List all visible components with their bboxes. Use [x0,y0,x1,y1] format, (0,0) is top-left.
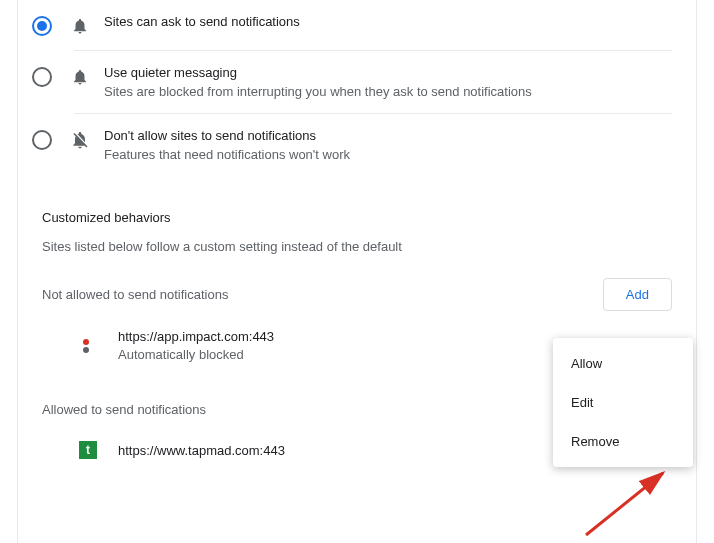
settings-panel: Sites can ask to send notifications Use … [17,0,697,543]
radio-label: Use quieter messaging [104,65,672,80]
radio-label: Don't allow sites to send notifications [104,128,672,143]
site-actions-menu: Allow Edit Remove [553,338,693,467]
radio-sublabel: Sites are blocked from interrupting you … [104,84,672,99]
add-button[interactable]: Add [603,278,672,311]
menu-item-edit[interactable]: Edit [553,383,693,422]
radio-icon [32,130,52,150]
bell-icon [70,16,90,36]
bell-icon [70,67,90,87]
customized-description: Sites listed below follow a custom setti… [42,239,672,254]
radio-option-block[interactable]: Don't allow sites to send notifications … [18,114,696,176]
radio-icon [32,16,52,36]
radio-option-ask[interactable]: Sites can ask to send notifications [18,0,696,50]
blocked-list-header: Not allowed to send notifications Add [18,254,696,319]
radio-label: Sites can ask to send notifications [104,14,672,29]
site-favicon-icon [78,336,98,356]
bell-off-icon [70,130,90,150]
svg-line-0 [586,473,663,535]
blocked-list-label: Not allowed to send notifications [42,287,228,302]
allowed-list-label: Allowed to send notifications [42,402,206,417]
radio-icon [32,67,52,87]
radio-option-quieter[interactable]: Use quieter messaging Sites are blocked … [18,51,696,113]
site-url: https://www.tapmad.com:443 [118,443,618,458]
menu-item-remove[interactable]: Remove [553,422,693,461]
radio-sublabel: Features that need notifications won't w… [104,147,672,162]
customized-title: Customized behaviors [42,210,672,225]
site-favicon-icon: t [78,440,98,460]
menu-item-allow[interactable]: Allow [553,344,693,383]
customized-section: Customized behaviors Sites listed below … [18,176,696,254]
